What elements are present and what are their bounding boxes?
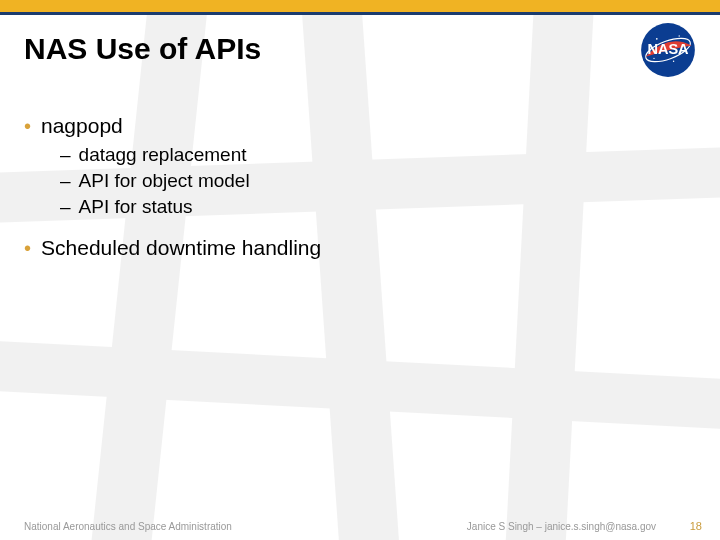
sub-bullet-item: – API for status (60, 196, 696, 218)
sub-bullet-item: – datagg replacement (60, 144, 696, 166)
svg-point-3 (656, 38, 658, 40)
svg-point-5 (673, 60, 674, 61)
svg-text:NASA: NASA (647, 41, 689, 57)
footer-org: National Aeronautics and Space Administr… (24, 521, 232, 532)
top-underline (0, 12, 720, 15)
bullet-item: • nagpopd (24, 114, 696, 138)
bullet-dot-icon: • (24, 116, 31, 136)
footer-page-number: 18 (690, 520, 702, 532)
bullet-item: • Scheduled downtime handling (24, 236, 696, 260)
sub-bullet-text: API for object model (79, 170, 250, 192)
dash-icon: – (60, 196, 71, 218)
dash-icon: – (60, 144, 71, 166)
sub-bullet-text: datagg replacement (79, 144, 247, 166)
nasa-logo: NASA (640, 22, 696, 78)
svg-point-4 (679, 35, 680, 36)
dash-icon: – (60, 170, 71, 192)
background-grid (0, 0, 720, 540)
sub-bullet-item: – API for object model (60, 170, 696, 192)
slide-content: • nagpopd – datagg replacement – API for… (24, 100, 696, 266)
bullet-text: nagpopd (41, 114, 123, 138)
top-accent-bar (0, 0, 720, 12)
svg-point-6 (653, 58, 654, 59)
footer-author: Janice S Singh – janice.s.singh@nasa.gov (467, 521, 656, 532)
slide-title: NAS Use of APIs (24, 32, 261, 66)
bullet-text: Scheduled downtime handling (41, 236, 321, 260)
bullet-dot-icon: • (24, 238, 31, 258)
sub-bullet-text: API for status (79, 196, 193, 218)
